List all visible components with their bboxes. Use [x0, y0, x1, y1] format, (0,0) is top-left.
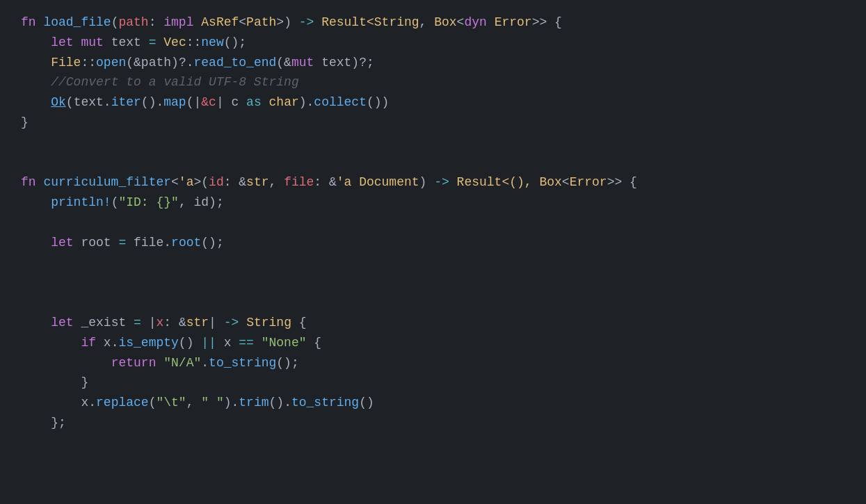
code-token: read_to_end	[193, 56, 276, 70]
code-token: |	[209, 316, 224, 330]
code-token: dyn	[464, 15, 494, 29]
code-content	[21, 213, 866, 233]
code-token: (text.	[66, 95, 111, 109]
code-token: "None"	[262, 336, 307, 350]
code-token: return	[111, 356, 164, 370]
code-token: ::	[186, 35, 202, 49]
code-token: .	[201, 356, 209, 370]
code-token: map	[163, 95, 186, 109]
code-token: _exist	[81, 316, 134, 330]
code-token	[21, 356, 111, 370]
code-token	[21, 236, 51, 250]
code-token: "ID: {}"	[118, 195, 178, 209]
code-token: "\t"	[156, 396, 186, 409]
code-token: };	[51, 416, 66, 430]
code-token: (	[149, 396, 157, 409]
code-line: return "N/A".to_string();	[0, 353, 866, 373]
code-line: x.replace("\t", " ").trim().to_string()	[0, 393, 866, 413]
code-line: if x.is_empty() || x == "None" {	[0, 333, 866, 353]
code-token: id	[209, 175, 224, 189]
code-token: ();	[201, 236, 223, 250]
code-token: File	[51, 56, 81, 70]
code-token	[21, 35, 51, 49]
code-token: curriculum_filter	[43, 175, 171, 189]
code-content: println!("ID: {}", id);	[21, 193, 866, 213]
code-token: (	[111, 195, 119, 209]
code-token: >> {	[532, 15, 562, 29]
code-token: ||	[201, 336, 216, 350]
code-token: :	[149, 15, 164, 29]
code-token: >	[193, 175, 201, 189]
code-token: <	[457, 15, 465, 29]
code-token: str	[246, 175, 268, 189]
code-token: "N/A"	[163, 356, 201, 370]
code-token	[21, 56, 51, 70]
code-content	[21, 253, 866, 273]
code-content: if x.is_empty() || x == "None" {	[21, 333, 866, 353]
code-content: let _exist = |x: &str| -> String {	[21, 313, 866, 333]
code-line: };	[0, 413, 866, 433]
code-token: >> {	[607, 175, 637, 189]
code-token: {	[307, 336, 322, 350]
code-token: ()	[179, 336, 201, 350]
code-token: load_file	[43, 15, 111, 29]
code-token: ->	[224, 316, 239, 330]
code-token: }	[21, 115, 29, 129]
code-token: ())	[367, 95, 389, 109]
code-token: {	[291, 316, 307, 330]
code-content: return "N/A".to_string();	[21, 353, 866, 373]
code-token: ().	[269, 396, 291, 409]
code-token: String	[246, 316, 291, 330]
code-content: fn load_file(path: impl AsRef<Path>) -> …	[21, 13, 866, 33]
code-line: let mut text = Vec::new();	[0, 33, 866, 53]
code-content: Ok(text.iter().map(|&c| c as char).colle…	[21, 92, 866, 113]
code-token: , id);	[179, 195, 224, 209]
code-token: Vec	[163, 35, 186, 49]
code-content: let mut text = Vec::new();	[21, 33, 866, 53]
code-token: path	[118, 15, 148, 29]
code-token	[21, 316, 51, 330]
code-token: <	[562, 175, 570, 189]
code-token: : &	[224, 175, 246, 189]
code-token: collect	[314, 95, 367, 109]
code-token: Box	[434, 15, 456, 29]
code-token: 'a	[337, 175, 359, 189]
code-token: Result<(),	[449, 175, 540, 189]
code-line: fn load_file(path: impl AsRef<Path>) -> …	[0, 13, 866, 33]
code-token: impl	[163, 15, 201, 29]
code-token	[254, 336, 262, 350]
code-token: ,	[269, 175, 284, 189]
code-token: ().	[141, 95, 163, 109]
code-token: x.	[81, 396, 96, 409]
code-token: root	[81, 236, 118, 250]
code-token: mut	[81, 35, 111, 49]
code-token: =	[118, 236, 134, 250]
code-line: File::open(&path)?.read_to_end(&mut text…	[0, 53, 866, 73]
code-token	[262, 95, 269, 109]
code-token: Error	[495, 15, 532, 29]
code-token	[21, 375, 81, 389]
code-token: text	[111, 35, 149, 49]
code-line: let root = file.root();	[0, 233, 866, 253]
code-token: " "	[201, 396, 223, 409]
code-content: let root = file.root();	[21, 233, 866, 253]
code-token: ();	[276, 356, 298, 370]
code-line	[0, 133, 866, 153]
code-token: (|	[186, 95, 202, 109]
code-token: Document	[359, 175, 419, 189]
code-line: }	[0, 113, 866, 133]
code-line: let _exist = |x: &str| -> String {	[0, 313, 866, 333]
code-token: //Convert to a valid UTF-8 String	[51, 75, 298, 89]
code-line: }	[0, 373, 866, 393]
code-content	[21, 273, 866, 293]
code-content: fn curriculum_filter<'a>(id: &str, file:…	[21, 172, 866, 193]
code-content	[21, 153, 866, 173]
code-token: root	[171, 236, 201, 250]
code-token: x.	[104, 336, 119, 350]
code-token: 'a	[179, 175, 194, 189]
code-token: ->	[434, 175, 449, 189]
code-token: is_empty	[118, 336, 178, 350]
code-token: let	[51, 236, 81, 250]
code-line	[0, 273, 866, 293]
code-token: println!	[51, 195, 111, 209]
